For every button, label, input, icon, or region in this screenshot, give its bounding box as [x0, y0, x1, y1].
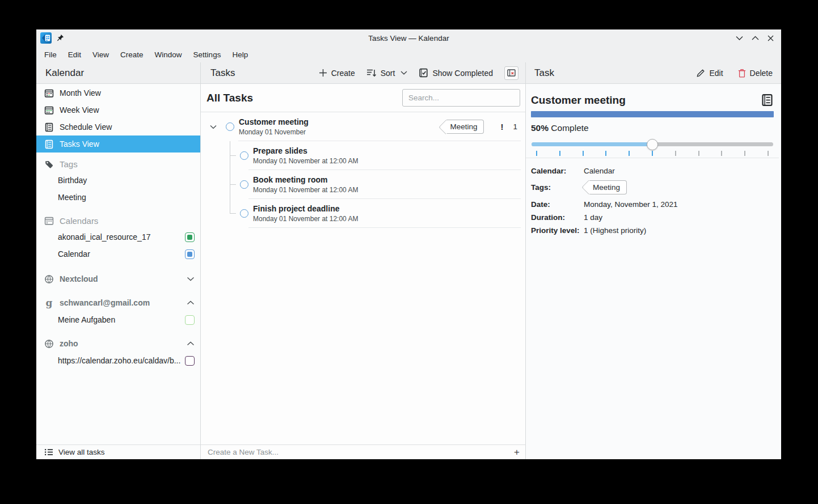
titlebar[interactable]: Tasks View — Kalendar: [36, 29, 781, 46]
new-task-placeholder: Create a New Task...: [208, 448, 279, 456]
task-view-icon: [761, 94, 774, 107]
task-title: Book meeting room: [253, 175, 358, 184]
sidebar: Kalendar Month View Week View: [36, 62, 201, 459]
panel-close-icon: [507, 69, 516, 77]
tag-icon: [44, 159, 54, 169]
calendar-checkbox-purple[interactable]: [185, 356, 195, 366]
create-task-button[interactable]: Create: [319, 69, 355, 78]
sidebar-item-month-view[interactable]: Month View: [36, 84, 200, 101]
calendars-icon: [44, 216, 54, 226]
task-row-subtask[interactable]: Book meeting room Monday 01 November at …: [201, 170, 525, 199]
menubar: File Edit View Create Window Settings He…: [36, 46, 781, 62]
tasks-journal-icon: [44, 139, 54, 149]
close-button[interactable]: [768, 35, 774, 41]
slider-tick: [721, 151, 722, 156]
task-row-subtask[interactable]: Prepare slides Monday 01 November at 12:…: [201, 141, 525, 170]
menu-view[interactable]: View: [87, 48, 115, 61]
field-priority: Priority level: 1 (Highest priority): [531, 224, 774, 237]
field-label: Calendar:: [531, 167, 584, 175]
progress-slider[interactable]: [532, 139, 773, 150]
menu-help[interactable]: Help: [226, 48, 254, 61]
calendar-checkbox-green[interactable]: [185, 232, 195, 242]
sidebar-section-calendars: Calendars: [36, 213, 200, 228]
task-row-parent[interactable]: Customer meeting Monday 01 November Meet…: [201, 112, 525, 141]
sidebar-item-tasks-view[interactable]: Tasks View: [36, 135, 200, 153]
detail-task-title: Customer meeting: [531, 94, 626, 107]
menu-window[interactable]: Window: [149, 48, 188, 61]
menu-file[interactable]: File: [39, 48, 62, 61]
slider-tick: [559, 151, 560, 156]
tag-label: Birthday: [58, 176, 87, 185]
pencil-icon: [696, 69, 705, 78]
calendar-checkbox-lightgreen[interactable]: [185, 315, 195, 325]
create-button-label: Create: [331, 69, 355, 78]
task-date: Monday 01 November: [239, 128, 309, 136]
field-value: Calendar: [584, 167, 615, 175]
tasks-panel-title: Tasks: [210, 67, 235, 79]
search-input[interactable]: [402, 89, 520, 107]
complete-label: Complete: [549, 123, 589, 133]
percent-complete-line: 50% Complete: [531, 123, 774, 133]
chevron-down-icon[interactable]: [187, 277, 195, 281]
field-value: 1 (Highest priority): [584, 226, 646, 235]
tag-label: Meeting: [58, 193, 86, 202]
sidebar-item-label: Month View: [60, 88, 101, 98]
maximize-button[interactable]: [752, 36, 759, 40]
todo-checkbox-circle[interactable]: [240, 151, 248, 160]
calendar-checkbox-blue[interactable]: [185, 249, 195, 259]
menu-settings[interactable]: Settings: [188, 48, 227, 61]
sidebar-account-nextcloud[interactable]: Nextcloud: [36, 270, 200, 287]
slider-tick: [605, 151, 606, 156]
sidebar-item-week-view[interactable]: Week View: [36, 101, 200, 118]
sidebar-account-zoho[interactable]: zoho: [36, 335, 200, 352]
sidebar-calendar-calendar[interactable]: Calendar: [36, 245, 200, 262]
edit-task-button[interactable]: Edit: [696, 69, 723, 78]
desktop-background: Tasks View — Kalendar File Edit View Cre…: [0, 0, 818, 504]
close-task-panel-button[interactable]: [504, 66, 518, 80]
percent-value: 50%: [531, 123, 549, 133]
calendar-label: https://calendar.zoho.eu/caldav/b...: [58, 356, 180, 365]
sidebar-account-google[interactable]: g schwancarl@gmail.com: [36, 294, 200, 311]
kalendar-window: Tasks View — Kalendar File Edit View Cre…: [36, 29, 781, 459]
slider-baseline: [526, 158, 779, 158]
new-task-bar[interactable]: Create a New Task... +: [201, 444, 525, 459]
menu-edit[interactable]: Edit: [62, 48, 87, 61]
sidebar-tag-birthday[interactable]: Birthday: [36, 172, 200, 189]
field-duration: Duration: 1 day: [531, 211, 774, 224]
tag-chip[interactable]: Meeting: [588, 180, 627, 194]
view-all-tasks-button[interactable]: View all tasks: [36, 444, 200, 459]
expand-chevron-icon[interactable]: [210, 125, 218, 129]
todo-checkbox-circle[interactable]: [226, 122, 234, 131]
sort-button[interactable]: Sort: [366, 69, 408, 78]
sidebar-title: Kalendar: [45, 67, 84, 79]
minimize-button[interactable]: [736, 36, 743, 40]
chevron-up-icon[interactable]: [187, 341, 195, 346]
task-list: Customer meeting Monday 01 November Meet…: [201, 112, 525, 444]
sidebar-calendar-zoho-url[interactable]: https://calendar.zoho.eu/caldav/b...: [36, 352, 200, 369]
task-date: Monday 01 November at 12:00 AM: [253, 186, 358, 194]
progress-slider-handle[interactable]: [647, 139, 658, 150]
task-row-subtask[interactable]: Finish project deadline Monday 01 Novemb…: [201, 199, 525, 228]
account-label: Nextcloud: [60, 274, 98, 283]
calendar-label: Meine Aufgaben: [58, 315, 115, 324]
sidebar-item-schedule-view[interactable]: Schedule View: [36, 118, 200, 135]
chevron-up-icon[interactable]: [187, 300, 195, 305]
task-detail-panel: Task Edit Delete Customer: [526, 62, 781, 459]
task-title: Finish project deadline: [253, 204, 358, 213]
calendar-color-bar: [531, 111, 774, 117]
show-completed-button[interactable]: Show Completed: [419, 68, 493, 78]
sidebar-calendar-meine-aufgaben[interactable]: Meine Aufgaben: [36, 311, 200, 328]
delete-task-button[interactable]: Delete: [738, 69, 773, 78]
todo-checkbox-circle[interactable]: [240, 209, 248, 218]
add-task-plus-icon[interactable]: +: [514, 447, 520, 458]
journal-icon: [44, 122, 54, 132]
task-title: Prepare slides: [253, 146, 358, 155]
menu-create[interactable]: Create: [115, 48, 149, 61]
field-label: Tags:: [531, 183, 584, 192]
todo-checkbox-circle[interactable]: [240, 180, 248, 189]
sidebar-item-label: Schedule View: [60, 122, 112, 132]
tag-chip[interactable]: Meeting: [445, 120, 484, 134]
sidebar-tag-meeting[interactable]: Meeting: [36, 189, 200, 206]
show-completed-label: Show Completed: [432, 69, 493, 78]
sidebar-calendar-akonadi[interactable]: akonadi_ical_resource_17: [36, 228, 200, 245]
